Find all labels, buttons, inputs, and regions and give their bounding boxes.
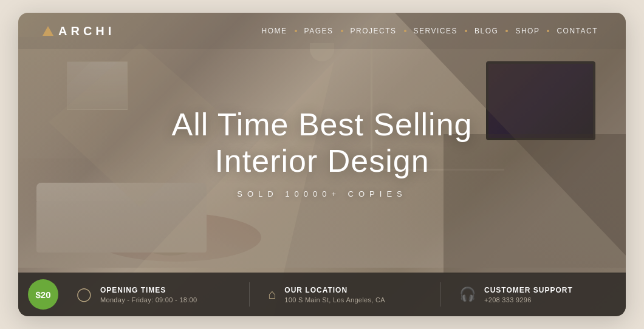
price-text: $20: [35, 290, 50, 300]
hero-content: All Time Best Selling Interior Design SO…: [172, 107, 473, 198]
support-label: CUSTOMER SUPPORT: [484, 286, 573, 294]
nav-label-home: HOME: [262, 27, 287, 35]
location-section: ⌂ OUR LOCATION 100 S Main St, Los Angele…: [268, 286, 422, 304]
footer-divider-1: [249, 282, 250, 307]
nav-item-services[interactable]: SERVICES: [410, 24, 461, 38]
opening-times-value: Monday - Friday: 09:00 - 18:00: [100, 296, 197, 304]
nav-label-pages: PAGES: [304, 27, 334, 35]
hero-subtitle: SOLD 10000+ COPIES: [172, 189, 473, 198]
nav-item-home[interactable]: HOME: [258, 24, 291, 38]
location-text: OUR LOCATION 100 S Main St, Los Angeles,…: [284, 286, 385, 304]
hero-title: All Time Best Selling Interior Design: [172, 107, 473, 180]
location-value: 100 S Main St, Los Angeles, CA: [284, 296, 385, 304]
nav-label-blog: BLOG: [474, 27, 498, 35]
logo-triangle-icon: [43, 26, 53, 36]
home-icon: ⌂: [268, 287, 276, 302]
support-text: CUSTOMER SUPPORT +208 333 9296: [484, 286, 573, 304]
support-value: +208 333 9296: [484, 296, 573, 304]
footer-divider-2: [440, 282, 441, 307]
nav-item-blog[interactable]: BLOG: [471, 24, 502, 38]
logo-text: ARCHI: [58, 24, 115, 38]
nav-label-shop: SHOP: [515, 27, 540, 35]
nav-item-pages[interactable]: PAGES: [301, 24, 337, 38]
nav-separator-2: [341, 30, 343, 32]
opening-times-section: ◯ OPENING TIMES Monday - Friday: 09:00 -…: [77, 286, 231, 304]
hero-title-line2: Interior Design: [214, 143, 429, 178]
nav-menu: HOME PAGES PROJECTS SERVICES BLOG SHOP: [258, 24, 601, 38]
nav-separator-6: [547, 30, 549, 32]
logo[interactable]: ARCHI: [43, 24, 115, 38]
footer-bar: $20 ◯ OPENING TIMES Monday - Friday: 09:…: [18, 273, 626, 316]
hero-title-line1: All Time Best Selling: [172, 107, 473, 142]
nav-separator-3: [404, 30, 406, 32]
nav-label-projects: PROJECTS: [351, 27, 397, 35]
nav-separator-1: [295, 30, 297, 32]
nav-item-projects[interactable]: PROJECTS: [347, 24, 400, 38]
nav-label-contact: CONTACT: [557, 27, 598, 35]
opening-times-text: OPENING TIMES Monday - Friday: 09:00 - 1…: [100, 286, 197, 304]
nav-item-contact[interactable]: CONTACT: [553, 24, 601, 38]
support-section: 🎧 CUSTOMER SUPPORT +208 333 9296: [459, 286, 614, 304]
nav-separator-4: [465, 30, 467, 32]
navbar: ARCHI HOME PAGES PROJECTS SERVICES BLOG: [18, 13, 626, 49]
browser-card: ARCHI HOME PAGES PROJECTS SERVICES BLOG: [18, 13, 626, 316]
nav-label-services: SERVICES: [414, 27, 457, 35]
opening-times-label: OPENING TIMES: [100, 286, 197, 294]
clock-icon: ◯: [77, 287, 92, 302]
price-badge[interactable]: $20: [28, 279, 58, 310]
nav-separator-5: [505, 30, 508, 32]
nav-item-shop[interactable]: SHOP: [512, 24, 543, 38]
headphones-icon: 🎧: [459, 287, 476, 302]
location-label: OUR LOCATION: [284, 286, 385, 294]
